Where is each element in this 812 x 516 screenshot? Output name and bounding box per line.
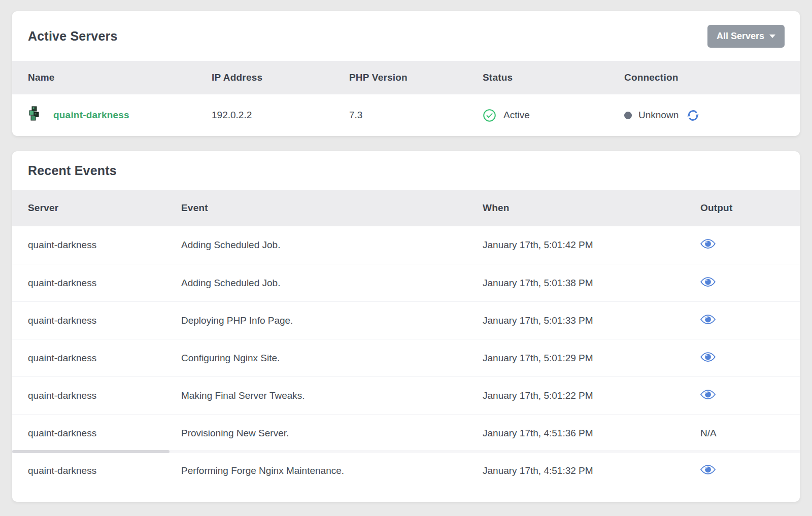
event-table-row: quaint-darkness Adding Scheduled Job. Ja… [12, 264, 800, 301]
view-output-button[interactable] [700, 277, 716, 287]
recent-events-title: Recent Events [28, 163, 117, 178]
event-timestamp: January 17th, 5:01:38 PM [483, 278, 700, 289]
view-output-button[interactable] [700, 238, 716, 249]
event-table-row: quaint-darkness Performing Forge Nginx M… [12, 452, 800, 489]
view-output-button[interactable] [700, 352, 716, 362]
refresh-connection-button[interactable] [686, 109, 700, 122]
server-table-row: quaint-darkness 192.0.2.2 7.3 Active Unk… [12, 94, 800, 136]
column-header-status: Status [483, 72, 624, 83]
horizontal-scrollbar[interactable] [12, 450, 800, 453]
event-server-name: quaint-darkness [28, 278, 181, 289]
column-header-ip: IP Address [212, 72, 349, 83]
column-header-php: PHP Version [349, 72, 483, 83]
column-header-output: Output [700, 202, 790, 214]
column-header-server: Server [28, 202, 181, 214]
event-server-name: quaint-darkness [28, 239, 181, 251]
eye-icon [700, 464, 716, 475]
event-description: Provisioning New Server. [181, 428, 483, 439]
view-output-button[interactable] [700, 389, 716, 400]
event-description: Adding Scheduled Job. [181, 239, 483, 251]
eye-icon [700, 314, 716, 325]
event-timestamp: January 17th, 5:01:33 PM [483, 315, 700, 326]
events-table-body: quaint-darkness Adding Scheduled Job. Ja… [12, 226, 800, 502]
column-header-when: When [483, 202, 700, 214]
eye-icon [700, 389, 716, 400]
column-header-name: Name [28, 72, 212, 83]
event-description: Adding Scheduled Job. [181, 278, 483, 289]
chevron-down-icon [769, 35, 775, 38]
refresh-icon [686, 109, 700, 122]
event-timestamp: January 17th, 4:51:36 PM [483, 428, 700, 439]
eye-icon [700, 238, 716, 249]
event-timestamp: January 17th, 4:51:32 PM [483, 465, 700, 476]
event-timestamp: January 17th, 5:01:29 PM [483, 353, 700, 364]
server-ip-address: 192.0.2.2 [212, 110, 349, 121]
event-server-name: quaint-darkness [28, 353, 181, 364]
column-header-connection: Connection [624, 72, 790, 83]
event-table-row: quaint-darkness Making Final Server Twea… [12, 376, 800, 414]
view-output-button[interactable] [700, 464, 716, 475]
active-servers-card: Active Servers All Servers Name IP Addre… [12, 11, 800, 136]
active-servers-title: Active Servers [28, 29, 118, 44]
scrollbar-thumb[interactable] [12, 450, 170, 453]
server-php-version: 7.3 [349, 110, 483, 121]
event-description: Deploying PHP Info Page. [181, 315, 483, 326]
recent-events-card: Recent Events Server Event When Output q… [12, 151, 800, 502]
eye-icon [700, 352, 716, 362]
connection-status-dot-icon [624, 112, 632, 119]
event-server-name: quaint-darkness [28, 390, 181, 401]
servers-table-header: Name IP Address PHP Version Status Conne… [12, 61, 800, 94]
check-circle-icon [483, 109, 496, 122]
event-table-row: quaint-darkness Provisioning New Server.… [12, 414, 800, 452]
event-server-name: quaint-darkness [28, 465, 181, 476]
event-timestamp: January 17th, 5:01:42 PM [483, 239, 700, 251]
output-na-text: N/A [700, 428, 717, 438]
eye-icon [700, 277, 716, 287]
event-description: Configuring Nginx Site. [181, 353, 483, 364]
event-server-name: quaint-darkness [28, 428, 181, 439]
event-description: Making Final Server Tweaks. [181, 390, 483, 401]
column-header-event: Event [181, 202, 483, 214]
event-timestamp: January 17th, 5:01:22 PM [483, 390, 700, 401]
server-name-link[interactable]: quaint-darkness [53, 110, 129, 121]
event-table-row: quaint-darkness Configuring Nginx Site. … [12, 339, 800, 376]
event-description: Performing Forge Nginx Maintenance. [181, 465, 483, 476]
event-table-row: quaint-darkness Adding Scheduled Job. Ja… [12, 226, 800, 264]
server-provider-cubes-icon [28, 106, 40, 125]
view-output-button[interactable] [700, 314, 716, 325]
events-table-header: Server Event When Output [12, 190, 800, 226]
all-servers-dropdown-button[interactable]: All Servers [707, 25, 785, 48]
server-status-label: Active [503, 110, 530, 121]
event-table-row: quaint-darkness Deploying PHP Info Page.… [12, 301, 800, 339]
server-connection-label: Unknown [638, 110, 679, 121]
all-servers-dropdown-label: All Servers [717, 31, 764, 42]
event-server-name: quaint-darkness [28, 315, 181, 326]
